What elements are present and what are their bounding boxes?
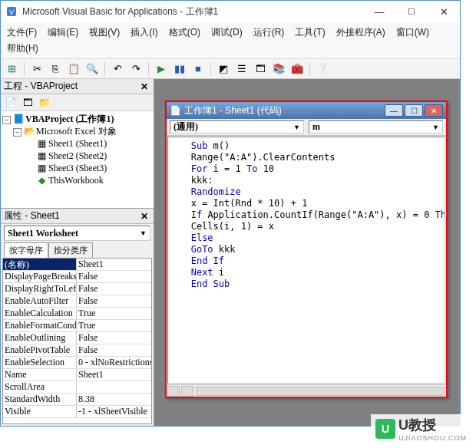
collapse-icon[interactable]: −: [13, 128, 21, 137]
close-button[interactable]: ✕: [428, 1, 460, 22]
menu-insert[interactable]: 插入(I): [129, 25, 159, 40]
design-mode-icon[interactable]: ◩: [216, 61, 231, 77]
property-value[interactable]: False: [77, 344, 151, 356]
property-value[interactable]: -1 - xlSheetVisible: [77, 406, 151, 417]
property-row[interactable]: StandardWidth8.38: [3, 394, 151, 406]
cut-icon[interactable]: ✂: [29, 61, 45, 77]
object-browser-icon[interactable]: 📚: [271, 61, 286, 77]
undo-icon[interactable]: ↶: [110, 61, 125, 77]
project-pane-close-icon[interactable]: ✕: [138, 81, 150, 92]
horizontal-scrollbar[interactable]: [196, 387, 445, 396]
toolbox-icon[interactable]: 🧰: [289, 61, 305, 77]
menu-window[interactable]: 窗口(W): [395, 25, 431, 40]
project-root[interactable]: VBAProject (工作簿1): [25, 114, 114, 124]
break-icon[interactable]: ▮▮: [172, 61, 187, 77]
folder-view-icon[interactable]: 📁: [38, 96, 51, 110]
property-row[interactable]: EnableCalculationTrue: [3, 308, 151, 320]
code-window: 📄 工作簿1 - Sheet1 (代码) — ☐ ✕ (通用)▼ m▼ Sub …: [165, 100, 448, 398]
tab-alphabetic[interactable]: 按字母序: [4, 242, 48, 258]
property-row[interactable]: Visible-1 - xlSheetVisible: [3, 406, 151, 418]
copy-icon[interactable]: ⎘: [48, 61, 63, 77]
code-maximize-button[interactable]: ☐: [405, 104, 423, 117]
collapse-icon[interactable]: −: [2, 116, 11, 124]
property-value[interactable]: False: [77, 295, 151, 307]
properties-pane-close-icon[interactable]: ✕: [138, 211, 150, 222]
reset-icon[interactable]: ■: [190, 61, 206, 77]
full-view-icon[interactable]: [181, 386, 193, 397]
procedure-view-icon[interactable]: [167, 386, 180, 397]
paste-icon[interactable]: 📋: [66, 61, 81, 77]
code-window-icon: 📄: [170, 105, 181, 116]
project-tree[interactable]: −📘VBAProject (工作簿1) −📂Microsoft Excel 对象…: [1, 111, 154, 208]
property-value[interactable]: False: [77, 332, 151, 344]
menu-format[interactable]: 格式(O): [167, 25, 202, 40]
procedure-dropdown[interactable]: m▼: [309, 120, 443, 133]
property-row[interactable]: ScrollArea: [3, 381, 151, 394]
properties-object-label: Sheet1 Worksheet: [8, 228, 78, 239]
property-row[interactable]: EnablePivotTableFalse: [3, 344, 151, 357]
dropdown-arrow-icon: ▼: [432, 124, 439, 131]
property-name: EnableCalculation: [3, 308, 77, 319]
property-name: Name: [3, 369, 77, 380]
properties-icon[interactable]: 🗔: [253, 61, 268, 77]
run-icon[interactable]: ▶: [154, 61, 169, 77]
property-name: DisplayRightToLeft: [3, 283, 77, 295]
property-value[interactable]: [77, 381, 151, 393]
app-icon: V: [5, 5, 18, 18]
property-value[interactable]: Sheet1: [77, 369, 151, 380]
find-icon[interactable]: 🔍: [84, 61, 100, 77]
project-explorer-icon[interactable]: ☰: [234, 61, 250, 77]
redo-icon[interactable]: ↷: [128, 61, 144, 77]
property-name: StandardWidth: [3, 394, 77, 405]
tab-categorized[interactable]: 按分类序: [48, 242, 93, 258]
tree-item-thisworkbook[interactable]: ThisWorkbook: [48, 175, 104, 186]
maximize-button[interactable]: ☐: [395, 1, 428, 22]
watermark-logo-icon: U: [375, 419, 395, 439]
menu-file[interactable]: 文件(F): [5, 25, 38, 40]
code-editor[interactable]: Sub m() Range("A:A").ClearContents For i…: [167, 137, 445, 384]
tree-item-sheet1[interactable]: Sheet1 (Sheet1): [48, 138, 107, 149]
project-folder[interactable]: Microsoft Excel 对象: [36, 126, 117, 137]
workbook-icon: ◆: [36, 174, 47, 186]
property-row[interactable]: DisplayPageBreaksFalse: [3, 271, 151, 283]
view-code-icon[interactable]: 📄: [4, 96, 18, 110]
property-row[interactable]: EnableOutliningFalse: [3, 332, 151, 344]
property-value[interactable]: 0 - xlNoRestrictions: [77, 357, 151, 368]
property-value[interactable]: False: [77, 283, 151, 295]
code-scrollbar[interactable]: [167, 384, 446, 397]
property-value[interactable]: False: [77, 271, 151, 282]
view-object-icon[interactable]: 🗔: [21, 96, 35, 110]
svg-text:V: V: [9, 8, 14, 16]
property-row[interactable]: EnableFormatConditionsCalculationTrue: [3, 320, 151, 332]
code-close-button[interactable]: ✕: [425, 104, 443, 117]
menu-run[interactable]: 运行(R): [252, 25, 286, 40]
folder-icon: 📂: [24, 125, 35, 137]
help-icon[interactable]: ❔: [315, 61, 330, 77]
object-dropdown-label: (通用): [174, 120, 198, 133]
property-value[interactable]: Sheet1: [77, 259, 151, 270]
properties-grid[interactable]: (名称)Sheet1DisplayPageBreaksFalseDisplayR…: [2, 258, 152, 424]
menu-tools[interactable]: 工具(T): [293, 25, 326, 40]
property-name: ScrollArea: [3, 381, 77, 393]
property-row[interactable]: EnableSelection0 - xlNoRestrictions: [3, 357, 151, 369]
properties-pane-title: 属性 - Sheet1 ✕: [1, 209, 154, 224]
property-row[interactable]: EnableAutoFilterFalse: [3, 295, 151, 308]
menu-addins[interactable]: 外接程序(A): [335, 25, 387, 40]
tree-item-sheet2[interactable]: Sheet2 (Sheet2): [48, 150, 107, 161]
menu-edit[interactable]: 编辑(E): [46, 25, 80, 40]
minimize-button[interactable]: —: [363, 1, 395, 22]
tree-item-sheet3[interactable]: Sheet3 (Sheet3): [48, 163, 107, 173]
object-dropdown[interactable]: (通用)▼: [170, 120, 304, 133]
menu-debug[interactable]: 调试(D): [210, 25, 244, 40]
properties-object-select[interactable]: Sheet1 Worksheet ▼: [4, 226, 150, 241]
menu-view[interactable]: 视图(V): [88, 25, 121, 40]
property-row[interactable]: (名称)Sheet1: [3, 259, 151, 271]
property-value[interactable]: True: [77, 308, 151, 319]
property-value[interactable]: True: [77, 320, 151, 331]
code-minimize-button[interactable]: —: [385, 104, 403, 117]
property-row[interactable]: DisplayRightToLeftFalse: [3, 283, 151, 295]
excel-icon[interactable]: ⊞: [4, 61, 19, 77]
menu-help[interactable]: 帮助(H): [5, 41, 40, 56]
property-row[interactable]: NameSheet1: [3, 369, 151, 381]
property-value[interactable]: 8.38: [77, 394, 151, 405]
